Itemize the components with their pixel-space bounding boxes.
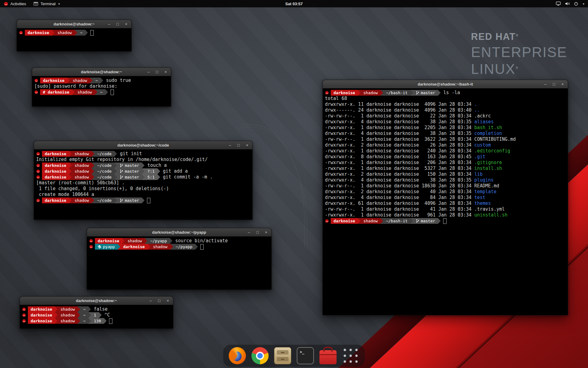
file-name: test	[474, 195, 485, 200]
window-titlebar[interactable]: darknoise@shadow:~–□×	[32, 68, 171, 76]
terminal-output-line: 1 file changed, 0 insertions(+), 0 delet…	[36, 186, 250, 192]
redhat-prompt-icon	[19, 31, 23, 35]
prompt-segment-git: master	[413, 90, 438, 96]
prompt-segment-user: darknoise	[28, 306, 55, 312]
dock-terminal-button[interactable]: >_	[297, 347, 314, 364]
file-name: completion	[474, 131, 502, 136]
close-button[interactable]: ×	[245, 143, 249, 148]
command-text: touch a	[147, 163, 167, 168]
redhat-prompt-icon	[34, 79, 38, 82]
dock-chrome-button[interactable]	[251, 347, 269, 364]
terminal-body[interactable]: darknoiseshadow~/bash-itmasterls -latota…	[323, 88, 568, 315]
terminal-output-line: Initialized empty Git repository in /hom…	[36, 157, 250, 163]
file-list-row: drwxrwxr-x. 4 darknoise darknoise 38 Jan…	[325, 119, 566, 125]
app-menu-label: Terminal	[40, 2, 55, 6]
terminal-prompt-line: darknoiseshadow~	[19, 30, 129, 36]
close-button[interactable]: ×	[124, 22, 128, 26]
terminal-prompt-line: darknoiseshadow~/pyappsource bin/activat…	[89, 238, 269, 244]
terminal-app-icon: >_	[297, 347, 314, 364]
maximize-button[interactable]: □	[115, 22, 120, 26]
chevron-down-icon[interactable]: ▾	[583, 2, 584, 6]
powerline-separator-icon	[114, 163, 117, 168]
prompt-segment-host: shadow	[125, 238, 145, 244]
activities-button[interactable]: Activities	[0, 0, 30, 7]
prompt-segment-host: shadow	[58, 306, 77, 312]
terminal-body[interactable]: darknoiseshadow~/codegit initInitialized…	[34, 149, 252, 220]
power-icon[interactable]	[574, 2, 578, 6]
powerline-separator-icon	[438, 90, 441, 96]
minimize-button[interactable]: –	[543, 82, 548, 86]
prompt-segment-user: darknoise	[42, 197, 69, 203]
terminal-prompt-line: darknoiseshadow~/codemastertouch a	[36, 163, 250, 168]
close-button[interactable]: ×	[560, 82, 565, 86]
window-titlebar[interactable]: darknoise@shadow:~–□×	[17, 20, 131, 29]
powerline-separator-icon	[77, 312, 80, 318]
terminal-body[interactable]: darknoiseshadow~falsedarknoiseshadow~1^C…	[20, 305, 173, 328]
prompt-segment-host: shadow	[360, 218, 380, 224]
powerline-separator-icon	[142, 168, 145, 174]
file-name: ..	[474, 107, 480, 113]
terminal-output-line: total 68	[325, 96, 566, 102]
prompt-segment-host: shadow	[58, 318, 77, 324]
app-menu-terminal[interactable]: Terminal ▾	[30, 0, 63, 7]
terminal-prompt-line: darknoiseshadow~/codegit init	[36, 151, 250, 157]
window-titlebar[interactable]: darknoise@shadow:~–□×	[20, 297, 173, 305]
terminal-prompt-line: darknoiseshadow~/codemasterS:1git commit…	[36, 174, 250, 180]
close-button[interactable]: ×	[166, 299, 170, 303]
maximize-button[interactable]: □	[157, 299, 161, 303]
clock[interactable]: Sat 03:57	[0, 2, 588, 6]
prompt-segment-venv: pyapp	[95, 244, 118, 250]
prompt-segment-user: darknoise	[42, 168, 69, 174]
window-titlebar[interactable]: darknoise@shadow:~/pyapp–□×	[87, 228, 271, 237]
close-button[interactable]: ×	[264, 230, 268, 235]
file-list-row: drwxrwxr-x. 2 darknoise darknoise 40 Jan…	[325, 189, 566, 195]
dock-software-button[interactable]	[319, 347, 337, 364]
dock-files-button[interactable]	[274, 347, 291, 364]
powerline-separator-icon	[114, 197, 117, 203]
terminal-body[interactable]: darknoiseshadow~	[17, 28, 131, 51]
files-icon	[274, 347, 291, 364]
maximize-button[interactable]: □	[255, 230, 260, 235]
file-list-row: drwxrwxr-x. 2 darknoise darknoise 150 Ja…	[325, 171, 566, 177]
terminal-cursor	[90, 30, 94, 36]
terminal-cursor	[109, 318, 112, 324]
terminal-body[interactable]: darknoiseshadow~/pyappsource bin/activat…	[87, 236, 271, 289]
minimize-button[interactable]: –	[149, 299, 153, 303]
file-list-row: -rwxrwxr-x. 1 darknoise darknoise 961 Ja…	[325, 212, 566, 218]
prompt-segment-path: ~/code	[94, 151, 114, 157]
prompt-segment-path: ~/pyapp	[147, 238, 170, 244]
redhat-logo-icon	[4, 2, 8, 6]
maximize-button[interactable]: □	[552, 82, 556, 86]
terminal-prompt-line: darknoiseshadow~130	[22, 318, 171, 324]
dock-show-applications-button[interactable]	[342, 347, 359, 364]
command-text: source bin/activate	[175, 238, 228, 244]
minimize-button[interactable]: –	[146, 70, 151, 74]
file-list-row: drwxrwxr-x. 11 darknoise darknoise 4096 …	[325, 102, 566, 107]
window-titlebar[interactable]: darknoise@shadow:~/bash-it–□×	[323, 80, 568, 89]
git-branch-icon	[120, 169, 123, 173]
powerline-separator-icon	[55, 318, 58, 324]
prompt-segment-path: ~/pyapp	[173, 244, 195, 250]
minimize-button[interactable]: –	[107, 22, 111, 26]
terminal-body[interactable]: darknoiseshadow~sudo true[sudo] password…	[32, 76, 171, 106]
volume-icon[interactable]	[565, 2, 570, 6]
dock-firefox-button[interactable]	[229, 347, 246, 364]
file-list-row: drwxrwxr-x. 2 darknoise darknoise 26 Jan…	[325, 142, 566, 148]
close-button[interactable]: ×	[164, 70, 168, 74]
redhat-prompt-icon	[34, 90, 38, 94]
git-branch-icon	[416, 219, 419, 223]
file-list-row: -rwxrwxr-x. 1 darknoise darknoise 5327 J…	[325, 166, 566, 171]
redhat-prompt-icon	[22, 313, 26, 317]
window-titlebar[interactable]: darknoise@shadow:~/code–□×	[34, 141, 252, 150]
display-icon[interactable]	[556, 2, 561, 6]
minimize-button[interactable]: –	[247, 230, 251, 235]
maximize-button[interactable]: □	[155, 70, 159, 74]
prompt-segment-host: shadow	[55, 30, 74, 36]
maximize-button[interactable]: □	[236, 143, 241, 148]
powerline-separator-icon	[410, 90, 413, 96]
file-name: .	[474, 102, 477, 107]
firefox-icon	[229, 347, 246, 364]
minimize-button[interactable]: –	[228, 143, 232, 148]
powerline-separator-icon	[104, 318, 107, 324]
app-grid-icon	[342, 347, 359, 364]
